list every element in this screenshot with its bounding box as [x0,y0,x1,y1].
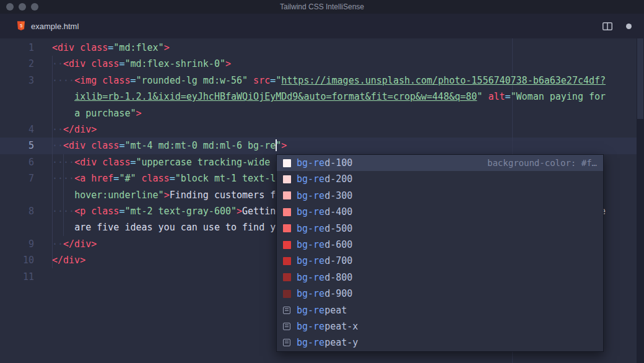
suggestion-label: bg-red-400 [297,204,352,220]
color-swatch-icon [283,241,291,249]
suggestion-item[interactable]: bg-red-200 [277,171,603,187]
editor[interactable]: 1234567891011 <div class="md:flex">··<di… [0,38,644,363]
suggestion-item[interactable]: bg-red-900 [277,286,603,302]
suggestion-label: bg-red-800 [297,269,352,286]
html5-icon: 5 [17,21,25,31]
split-editor-icon[interactable] [603,22,612,30]
gutter: 1234567891011 [0,38,34,363]
property-icon [283,323,290,330]
suggestion-item[interactable]: bg-repeat-x [277,318,603,335]
code-line[interactable]: ··<div class="mt-4 md:mt-0 md:ml-6 bg-re… [52,138,287,154]
suggestion-item[interactable]: bg-red-100background-color: #f… [277,155,603,171]
suggestion-detail: background-color: #f… [487,155,597,171]
tab-filename: example.html [31,22,79,31]
line-number: 4 [0,121,34,138]
line-number: 3 [0,72,34,89]
svg-text:5: 5 [20,23,22,28]
property-icon [283,307,290,314]
line-number: 10 [0,252,34,268]
more-indicator-dot[interactable] [626,24,632,29]
suggest-widget: bg-red-100background-color: #f…bg-red-20… [276,154,604,352]
suggestion-item[interactable]: bg-red-700 [277,253,603,269]
code-line[interactable]: <div class="md:flex"> [52,40,170,56]
suggestion-item[interactable]: bg-red-800 [277,269,603,286]
line-number: 9 [0,236,34,252]
suggestion-label: bg-repeat [297,302,347,318]
tab-example-html[interactable]: 5 example.html [0,14,89,38]
suggestion-label: bg-red-500 [297,221,352,237]
color-swatch-icon [283,208,291,216]
suggestion-item[interactable]: bg-repeat-y [277,335,603,351]
suggestion-label: bg-red-200 [297,171,352,187]
code-line[interactable]: </div> [52,252,85,268]
color-swatch-icon [283,273,291,281]
color-swatch-icon [283,224,291,232]
code-line[interactable]: ··</div> [52,121,97,138]
suggestion-label: bg-red-900 [297,286,352,302]
suggestion-item[interactable]: bg-red-500 [277,221,603,237]
line-number: 2 [0,56,34,72]
suggestion-item[interactable]: bg-red-300 [277,188,603,204]
color-swatch-icon [283,191,291,199]
titlebar: Tailwind CSS IntelliSense [0,0,644,14]
line-number: 5 [0,138,34,154]
editor-scrollbar[interactable] [637,38,644,363]
line-number: 7 [0,170,34,186]
tab-actions [603,22,644,30]
suggest-list: bg-red-100background-color: #f…bg-red-20… [277,155,603,351]
line-number: 6 [0,154,34,170]
line-number: 8 [0,203,34,219]
suggestion-label: bg-red-700 [297,253,352,269]
color-swatch-icon [283,175,291,183]
suggestion-item[interactable]: bg-red-400 [277,204,603,220]
color-swatch-icon [283,290,291,298]
color-swatch-icon [283,159,291,167]
line-number: 11 [0,269,34,285]
code-line[interactable]: a purchase"> [52,105,142,121]
line-number: 1 [0,40,34,56]
scrollbar-thumb[interactable] [637,38,643,119]
window-title: Tailwind CSS IntelliSense [0,0,644,14]
property-icon [283,339,290,346]
suggestion-label: bg-red-600 [297,237,352,253]
suggestion-item[interactable]: bg-repeat [277,302,603,318]
suggestion-label: bg-red-100 [297,155,352,171]
code-line[interactable]: ixlib=rb-1.2.1&ixid=eyJhcHBfaWQiOjEyMDd9… [52,89,606,105]
suggestion-label: bg-red-300 [297,188,352,204]
suggestion-item[interactable]: bg-red-600 [277,237,603,253]
code-line[interactable]: ····<img class="rounded-lg md:w-56" src=… [52,72,606,89]
suggestion-label: bg-repeat-y [297,335,358,351]
suggestion-label: bg-repeat-x [297,318,358,335]
color-swatch-icon [283,257,291,265]
tab-bar: 5 example.html [0,14,644,38]
code-line[interactable]: ··<div class="md:flex-shrink-0"> [52,56,231,72]
code-line[interactable]: ··</div> [52,236,97,252]
